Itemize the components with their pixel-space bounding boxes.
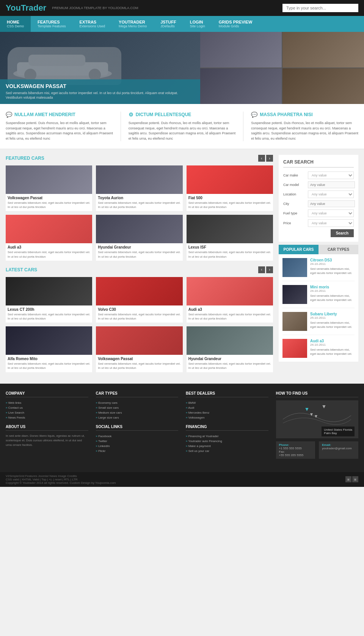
footer-financing-link-2[interactable]: Youtrader auto Financing — [186, 439, 268, 444]
footer-financing-link-3[interactable]: Make a payment — [186, 444, 268, 449]
popular-date-3: 25-10-2011 — [310, 316, 355, 320]
list-item[interactable]: Volvo C30 Sed venenatis bibendum nist, e… — [96, 277, 182, 323]
featured-prev-button[interactable]: ‹ — [258, 155, 265, 162]
car-image-3 — [187, 165, 273, 194]
footer-company-title: COMPANY — [6, 391, 88, 397]
list-item[interactable]: Audi a3 24-10-2011 Sed venenatis bibendu… — [282, 339, 355, 358]
car-desc-5: Sed venenatis bibendum nist, eget iaculi… — [96, 250, 182, 260]
car-desc-7: Sed venenatis bibendum nist, eget iaculi… — [6, 312, 92, 323]
featured-next-button[interactable]: › — [266, 155, 273, 162]
phone-value: +1 555 555 5555 — [279, 447, 312, 450]
popular-desc-1: Sed venenatis bibendum nisi, eget iaculi… — [310, 267, 355, 275]
list-item[interactable]: Volkswagen Passat Sed venenatis bibendum… — [6, 165, 92, 211]
footer-copyright-text: Copyright © Youtrader 2014 all rights re… — [6, 481, 116, 485]
nav-item-extras[interactable]: EXTRASExtensions Used — [73, 16, 112, 32]
list-item[interactable]: Hyundai Grandeur Sed venenatis bibendum … — [187, 326, 273, 372]
footer-dealer-link-4[interactable]: Volkswagen — [186, 415, 268, 420]
tab-car-types[interactable]: CAR TYPES — [318, 245, 358, 254]
hero-banner: VOLKSWAGEN PASSAT Sed venenatis bibendum… — [0, 32, 364, 104]
footer-cols: COMPANY Web links Contact us Live Search… — [6, 391, 358, 459]
car-image-10 — [6, 326, 92, 355]
list-item[interactable]: Fiat 500 Sed venenatis bibendum nist, eg… — [187, 165, 273, 211]
car-make-select[interactable]: Any value — [308, 172, 354, 179]
nav-item-login[interactable]: LOGINSite Login — [183, 16, 212, 32]
search-field-price: Price Any value — [283, 219, 354, 227]
hero-main-content: VOLKSWAGEN PASSAT Sed venenatis bibendum… — [0, 79, 200, 104]
footer-social-link-2[interactable]: Twitter — [96, 439, 179, 444]
tab-popular-cars[interactable]: POPULAR CARS — [279, 245, 318, 254]
car-image-5 — [96, 215, 182, 243]
location-select[interactable]: Any value — [308, 190, 354, 198]
car-name-9: Audi a3 — [187, 305, 273, 312]
hero-thumb-3[interactable] — [200, 68, 282, 104]
list-item[interactable]: Citroen DS3 24-10-2011 Sed venenatis bib… — [282, 258, 355, 281]
footer-social-link-1[interactable]: Facebook — [96, 434, 179, 439]
footer-dealer-link-2[interactable]: Audi — [186, 405, 268, 410]
featured-cars-section: FEATURED CARS ‹ › Volkswagen Passat Sed … — [6, 155, 273, 261]
footer-social-title: SOCIAL LINKS — [96, 425, 179, 431]
car-name-10: Alfa Romeo Mito — [6, 355, 92, 362]
search-input[interactable] — [282, 4, 358, 12]
footer-dealer-link-1[interactable]: BMW — [186, 400, 268, 405]
car-name-11: Volkswagen Passat — [96, 355, 182, 362]
list-item[interactable]: Audi a3 Sed venenatis bibendum nist, ege… — [6, 215, 92, 260]
car-model-input[interactable] — [308, 181, 355, 188]
list-item[interactable]: Mini moris 24-10-2011 Sed venenatis bibe… — [282, 285, 355, 308]
nav-item-youtrader[interactable]: YOUTRADERMega Menu Demo — [112, 16, 154, 32]
car-image-8 — [96, 277, 182, 305]
featured-cars-header: FEATURED CARS ‹ › — [6, 155, 273, 162]
car-name-4: Audi a3 — [6, 243, 92, 250]
footer-cartypes-title: CAR TYPES — [96, 391, 179, 397]
footer-financing-link-1[interactable]: Financing at Youtrader — [186, 434, 268, 439]
city-input[interactable] — [308, 200, 355, 207]
search-button[interactable]: Search — [331, 229, 354, 237]
popular-name-3: Subaru Liberty — [310, 312, 355, 316]
fuel-select[interactable]: Any value — [308, 209, 354, 217]
list-item[interactable]: Hyundai Grandeur Sed venenatis bibendum … — [96, 215, 182, 260]
footer-cartype-link-3[interactable]: Medium size cars — [96, 410, 179, 415]
popular-thumb-3 — [282, 312, 307, 331]
feature-divider-1 — [121, 112, 121, 141]
list-item[interactable]: Audi a3 Sed venenatis bibendum nist, ege… — [187, 277, 273, 323]
latest-next-button[interactable]: › — [266, 266, 273, 273]
nav-item-jstuff[interactable]: JSTUFFJDefaults — [154, 16, 183, 32]
list-item[interactable]: Subaru Liberty 25-10-2011 Sed venenatis … — [282, 312, 355, 335]
list-item[interactable]: Alfa Romeo Mito Sed venenatis bibendum n… — [6, 326, 92, 372]
phone-label: Phone: — [279, 443, 312, 447]
footer-legal-text: CSS valid | XHTML Valid | Top | +|- | re… — [6, 478, 116, 481]
logo: YouTrader — [6, 3, 46, 13]
map-pin-1: ▼ — [304, 406, 310, 412]
latest-prev-button[interactable]: ‹ — [258, 266, 265, 273]
nav-item-home[interactable]: HOMECSS Demo — [0, 16, 31, 32]
list-item[interactable]: Toyota Aurion Sed venenatis bibendum nis… — [96, 165, 182, 211]
footer-company-link-2[interactable]: Contact us — [6, 405, 88, 410]
car-name-2: Toyota Aurion — [96, 194, 182, 201]
footer-cartype-link-1[interactable]: Economy cars — [96, 400, 179, 405]
footer-company-link-3[interactable]: Live Search — [6, 410, 88, 415]
navigation: HOMECSS Demo FEATURESTemplate Features E… — [0, 16, 364, 32]
footer-company-link-1[interactable]: Web links — [6, 400, 88, 405]
footer-social-link-3[interactable]: LinkedIn — [96, 444, 179, 449]
list-item[interactable]: Lexus ISF Sed venenatis bibendum nist, e… — [187, 215, 273, 260]
footer-financing-title: FINANCING — [186, 425, 268, 431]
popular-name-1: Citroen DS3 — [310, 258, 355, 262]
list-item[interactable]: Lexus CT 200h Sed venenatis bibendum nis… — [6, 277, 92, 323]
footer-company-link-4[interactable]: News Feeds — [6, 415, 88, 420]
footer-social-link-4[interactable]: Flickr — [96, 449, 179, 453]
footer-cartype-link-2[interactable]: Small size cars — [96, 405, 179, 410]
footer-bottom-icons: ▣ ▣ — [345, 476, 358, 482]
footer-financing-link-4[interactable]: Sell us your car — [186, 449, 268, 453]
footer-cartype-link-4[interactable]: Large size cars — [96, 415, 179, 420]
featured-cars-grid: Volkswagen Passat Sed venenatis bibendum… — [6, 165, 273, 261]
hero-thumb-1[interactable] — [200, 32, 282, 68]
price-select[interactable]: Any value — [308, 219, 354, 227]
hero-thumb-4[interactable] — [282, 68, 364, 104]
footer-dealer-link-3[interactable]: Mercedes Benz — [186, 410, 268, 415]
car-image-11 — [96, 326, 182, 355]
nav-item-grids[interactable]: GRIDS PREVIEWModule Grids — [212, 16, 259, 32]
nav-item-features[interactable]: FEATURESTemplate Features — [31, 16, 73, 32]
hero-thumb-2[interactable] — [282, 32, 364, 68]
car-search-panel: CAR SEARCH Car make Any value Car model … — [279, 155, 358, 242]
list-item[interactable]: Volkswagen Passat Sed venenatis bibendum… — [96, 326, 182, 372]
car-image-7 — [6, 277, 92, 305]
